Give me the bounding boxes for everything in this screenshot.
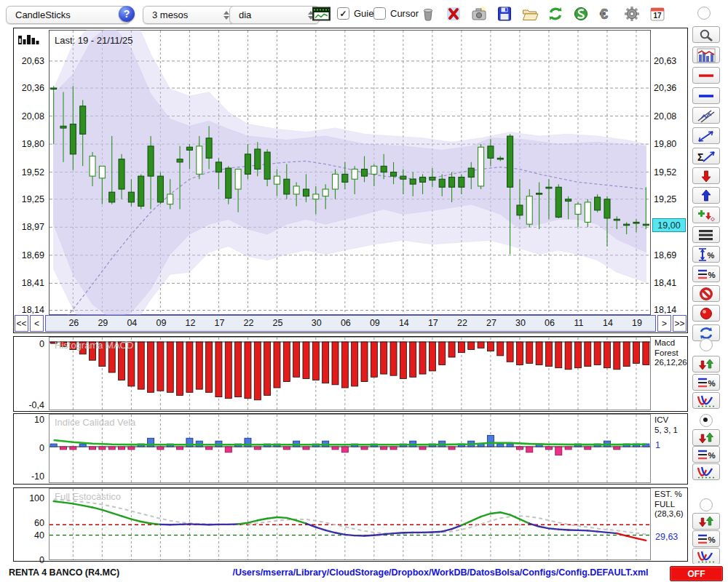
main-chart-panel: Last: 19 - 21/11/25 20,6320,6320,3620,36… [13, 28, 688, 333]
icv-updown-arrows-button[interactable] [692, 429, 720, 446]
y-axis-label: 19,25 [14, 194, 44, 204]
sigma-trend-button[interactable]: Σ [692, 148, 720, 164]
svg-text:17: 17 [653, 12, 662, 20]
icv-lines-percent-button[interactable]: % [692, 446, 720, 463]
histogram-style-icon[interactable] [18, 34, 40, 46]
levels-list-button[interactable] [692, 226, 720, 243]
open-button[interactable] [521, 4, 539, 23]
macd-title: Histograma MACD [55, 340, 133, 351]
x-axis-label: 17 [428, 318, 438, 328]
lines-percent-button[interactable]: % [692, 266, 720, 282]
cursor-checkbox[interactable]: Cursor [373, 7, 419, 20]
icv-panel-radio[interactable] [700, 414, 713, 427]
icv-curves-button[interactable] [692, 463, 720, 480]
indicator-select[interactable]: CandleSticks [6, 6, 130, 24]
x-axis-label: 22 [457, 318, 467, 328]
y-axis-label: 18,41 [14, 278, 44, 288]
delete-button[interactable] [444, 4, 463, 23]
hline-red-button[interactable] [692, 67, 720, 84]
x-axis-label: 14 [399, 318, 409, 328]
guies-checkbox[interactable]: ✓ Guies [337, 7, 379, 20]
trash-button[interactable] [419, 4, 438, 23]
macd-lines-percent-button[interactable]: % [692, 374, 720, 391]
search-button[interactable] [692, 26, 720, 43]
x-axis-label: 30 [515, 318, 526, 328]
interval-select[interactable]: dia [229, 6, 320, 24]
range-percent-button[interactable]: % [692, 246, 720, 263]
y-axis-label: 19,80 [14, 139, 44, 149]
macd-updown-arrows-button[interactable] [692, 356, 720, 372]
off-button[interactable]: OFF [670, 566, 723, 581]
save-button[interactable] [495, 4, 514, 23]
stochastic-panel: Full Estocàstico 10060400 EST. % FULL (2… [13, 487, 688, 562]
app-window: CandleSticks ? 3 mesos dia ✓ Guies Curso… [0, 0, 728, 582]
stochastic-title: Full Estocàstico [55, 491, 121, 502]
svg-text:%: % [708, 451, 716, 460]
main-chart-radio[interactable] [697, 7, 711, 20]
icv-plot[interactable] [49, 414, 651, 484]
add-indicator-button[interactable] [692, 207, 720, 223]
nav-last-button[interactable]: >> [673, 315, 687, 332]
macd-curves-button[interactable] [692, 392, 720, 409]
icv-panel: Indice Calidad Vela 100-10 ICV 5, 3, 1 1 [13, 413, 688, 485]
nav-prev-button[interactable]: < [30, 315, 44, 332]
x-axis-date-strip[interactable]: 2629040912172225300609141722273006111419 [45, 315, 656, 332]
refresh-button[interactable] [546, 4, 565, 23]
macd-panel-radio[interactable] [700, 338, 713, 351]
stoch-lines-percent-button[interactable]: % [692, 530, 720, 547]
x-axis-label: 17 [214, 318, 224, 328]
y-axis-label: 0 [14, 443, 44, 453]
channel-button[interactable] [692, 107, 720, 124]
y-axis-label: 0 [14, 339, 44, 349]
arrow-down-red-button[interactable] [692, 167, 720, 184]
stochastic-info-block: EST. % FULL (28,3,6) [654, 490, 684, 519]
icv-title: Indice Calidad Vela [55, 417, 135, 428]
settings-button[interactable] [622, 4, 641, 23]
macd-info-block: Macd Forest 26,12,26 [654, 338, 687, 368]
nav-next-button[interactable]: > [657, 315, 671, 332]
y-axis-label: 20,36 [654, 83, 687, 93]
svg-text:€: € [600, 6, 608, 22]
hline-blue-button[interactable] [692, 87, 720, 104]
sync-button[interactable] [571, 4, 590, 23]
icv-current-value: 1 [655, 440, 660, 450]
help-button[interactable]: ? [119, 6, 135, 22]
stochastic-current-value: 29,63 [655, 532, 678, 542]
y-axis-label: 20,63 [654, 56, 687, 66]
stoch-curves-button[interactable] [692, 548, 720, 565]
calendar-button[interactable]: 17 [648, 4, 667, 23]
trendline-button[interactable] [692, 127, 720, 144]
candlestick-plot[interactable] [49, 30, 651, 315]
y-axis-label: 19,25 [654, 194, 687, 204]
stochastic-plot[interactable] [49, 488, 651, 561]
period-select[interactable]: 3 mesos [143, 6, 235, 24]
y-axis-label: 20,36 [14, 83, 44, 93]
status-bar: RENTA 4 BANCO (R4.MC) /Users/mserra/Libr… [0, 564, 728, 582]
symbol-label: RENTA 4 BANCO (R4.MC) [9, 567, 119, 578]
svg-text:%: % [708, 379, 716, 388]
y-axis-label: 20,08 [14, 111, 44, 121]
block-button[interactable] [692, 285, 720, 302]
svg-text:Σ: Σ [697, 151, 703, 163]
x-axis-label: 06 [545, 318, 555, 328]
stoch-updown-arrows-button[interactable] [692, 513, 720, 530]
arrow-up-blue-button[interactable] [692, 187, 720, 204]
macd-plot[interactable] [49, 337, 651, 411]
interval-select-value: dia [239, 9, 251, 20]
stoch-panel-radio[interactable] [700, 498, 713, 511]
nav-first-button[interactable]: << [15, 315, 28, 332]
y-axis-label: 100 [14, 493, 44, 503]
y-axis-label: -0,4 [14, 400, 44, 410]
record-button[interactable] [692, 305, 720, 322]
euro-button[interactable]: € [597, 4, 616, 23]
period-select-value: 3 mesos [152, 9, 188, 20]
x-axis-label: 30 [312, 318, 322, 328]
snapshot-button[interactable] [470, 4, 488, 23]
checkbox-box [373, 7, 386, 20]
chart-mode-button[interactable] [312, 6, 331, 22]
indicator-chart-button[interactable] [692, 47, 720, 63]
y-axis-label: -10 [14, 471, 44, 482]
x-axis-label: 27 [486, 318, 496, 328]
x-axis-label: 25 [273, 318, 283, 328]
y-axis-label: 18,41 [654, 278, 687, 288]
